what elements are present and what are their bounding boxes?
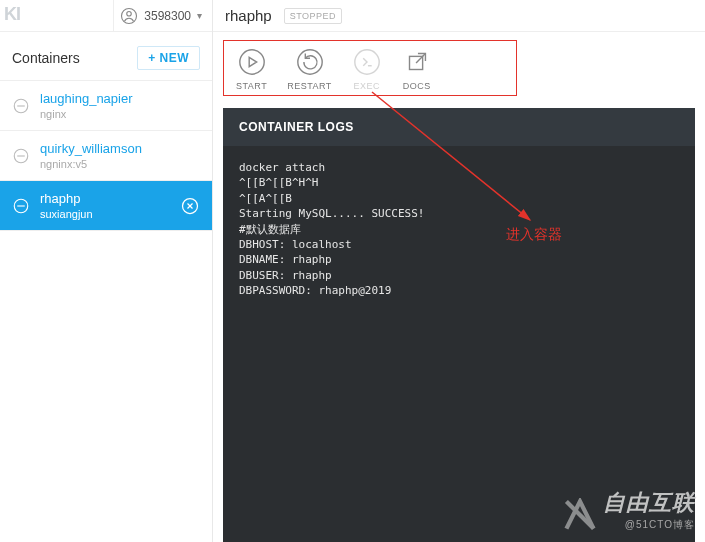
container-item[interactable]: quirky_williamson ngninx:v5: [0, 131, 212, 181]
container-name: laughing_napier: [40, 91, 200, 106]
app-logo: KI: [4, 4, 20, 25]
docs-button[interactable]: DOCS: [402, 47, 432, 91]
avatar-icon: [120, 7, 138, 25]
close-icon[interactable]: [180, 196, 200, 216]
container-list: laughing_napier nginx quirky_williamson …: [0, 80, 212, 231]
status-badge: STOPPED: [284, 8, 342, 24]
user-id: 3598300: [144, 9, 191, 23]
container-image: nginx: [40, 108, 200, 120]
svg-point-1: [127, 11, 132, 16]
divider: [113, 0, 114, 32]
stopped-icon: [12, 97, 30, 115]
svg-point-12: [297, 50, 321, 74]
restart-button[interactable]: RESTART: [287, 47, 332, 91]
container-name: rhaphp: [40, 191, 170, 206]
container-image: suxiangjun: [40, 208, 170, 220]
container-image: ngninx:v5: [40, 158, 200, 170]
chevron-down-icon: ▾: [197, 10, 202, 21]
stopped-icon: [12, 147, 30, 165]
user-menu[interactable]: 3598300 ▾: [120, 7, 202, 25]
docs-label: DOCS: [403, 81, 431, 91]
external-link-icon: [402, 47, 432, 77]
container-item[interactable]: laughing_napier nginx: [0, 81, 212, 131]
logs-body[interactable]: docker attach ^[[B^[[B^H^H ^[[A^[[B Star…: [223, 146, 695, 542]
container-item-active[interactable]: rhaphp suxiangjun: [0, 181, 212, 231]
svg-point-11: [239, 50, 263, 74]
exec-label: EXEC: [354, 81, 381, 91]
action-bar: START RESTART EXEC DOCS: [223, 40, 517, 96]
restart-label: RESTART: [287, 81, 332, 91]
new-container-button[interactable]: + NEW: [137, 46, 200, 70]
start-button[interactable]: START: [236, 47, 267, 91]
restart-icon: [295, 47, 325, 77]
exec-icon: [352, 47, 382, 77]
start-label: START: [236, 81, 267, 91]
container-name: quirky_williamson: [40, 141, 200, 156]
exec-button: EXEC: [352, 47, 382, 91]
sidebar-title: Containers: [12, 50, 80, 66]
play-icon: [237, 47, 267, 77]
logs-title: CONTAINER LOGS: [223, 108, 695, 146]
stopped-icon: [12, 197, 30, 215]
svg-line-16: [416, 54, 425, 63]
logs-panel: CONTAINER LOGS docker attach ^[[B^[[B^H^…: [223, 108, 695, 542]
page-title: rhaphp: [225, 7, 272, 24]
